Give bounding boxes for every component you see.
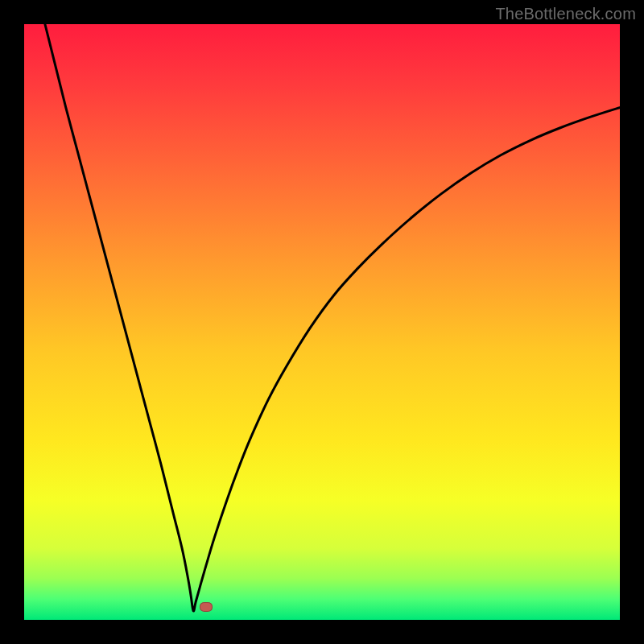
gradient-background xyxy=(24,24,620,620)
chart-frame: TheBottleneck.com xyxy=(0,0,644,644)
watermark-label: TheBottleneck.com xyxy=(495,5,636,23)
chart-svg xyxy=(24,24,620,620)
optimum-marker xyxy=(200,602,213,612)
plot-area xyxy=(24,24,620,620)
